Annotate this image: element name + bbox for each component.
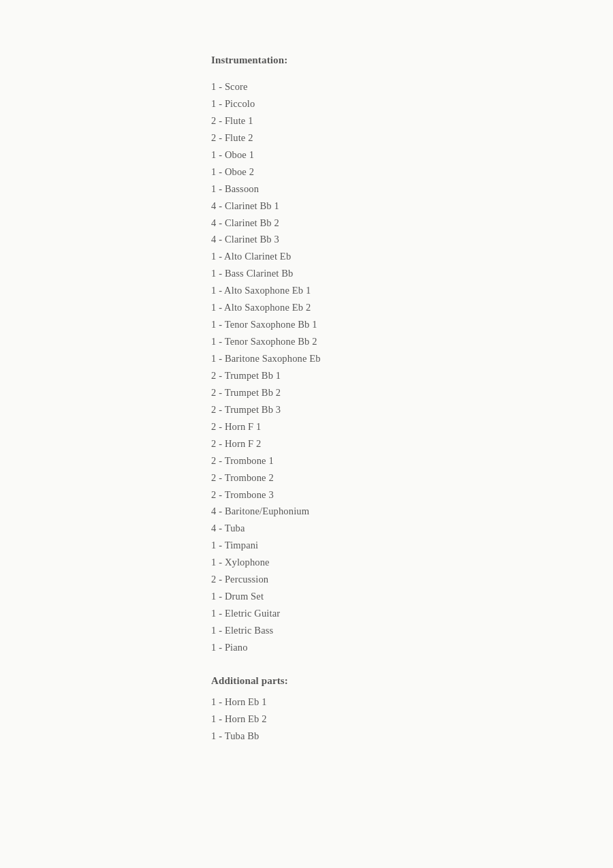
list-item: 2 - Flute 2 xyxy=(211,129,613,146)
list-item: 2 - Horn F 2 xyxy=(211,435,613,452)
list-item: 1 - Oboe 1 xyxy=(211,146,613,164)
list-item: 1 - Drum Set xyxy=(211,588,613,605)
additional-section: Additional parts: 1 - Horn Eb 11 - Horn … xyxy=(211,675,613,745)
additional-list: 1 - Horn Eb 11 - Horn Eb 21 - Tuba Bb xyxy=(211,694,613,745)
list-item: 1 - Tenor Saxophone Bb 2 xyxy=(211,333,613,350)
list-item: 1 - Oboe 2 xyxy=(211,164,613,181)
list-item: 4 - Clarinet Bb 3 xyxy=(211,231,613,248)
list-item: 2 - Flute 1 xyxy=(211,112,613,129)
list-item: 4 - Tuba xyxy=(211,520,613,537)
list-item: 1 - Horn Eb 1 xyxy=(211,694,613,711)
list-item: 4 - Clarinet Bb 2 xyxy=(211,215,613,232)
list-item: 1 - Tuba Bb xyxy=(211,728,613,745)
list-item: 1 - Piccolo xyxy=(211,95,613,112)
list-item: 1 - Tenor Saxophone Bb 1 xyxy=(211,316,613,333)
instrumentation-section: Instrumentation: 1 - Score1 - Piccolo2 -… xyxy=(211,55,613,656)
instrumentation-title: Instrumentation: xyxy=(211,55,613,66)
list-item: 1 - Baritone Saxophone Eb xyxy=(211,350,613,367)
list-item: 1 - Horn Eb 2 xyxy=(211,711,613,728)
instrument-list: 1 - Score1 - Piccolo2 - Flute 12 - Flute… xyxy=(211,78,613,656)
list-item: 1 - Score xyxy=(211,78,613,95)
list-item: 1 - Eletric Guitar xyxy=(211,605,613,622)
list-item: 2 - Percussion xyxy=(211,571,613,588)
page: Instrumentation: 1 - Score1 - Piccolo2 -… xyxy=(0,0,613,868)
list-item: 2 - Trombone 2 xyxy=(211,469,613,486)
list-item: 1 - Timpani xyxy=(211,537,613,554)
list-item: 2 - Trombone 1 xyxy=(211,452,613,469)
list-item: 1 - Bass Clarinet Bb xyxy=(211,265,613,282)
list-item: 4 - Clarinet Bb 1 xyxy=(211,198,613,215)
list-item: 2 - Trumpet Bb 3 xyxy=(211,401,613,418)
list-item: 1 - Piano xyxy=(211,639,613,656)
list-item: 1 - Eletric Bass xyxy=(211,622,613,639)
list-item: 1 - Alto Saxophone Eb 2 xyxy=(211,299,613,316)
list-item: 2 - Horn F 1 xyxy=(211,418,613,435)
additional-title: Additional parts: xyxy=(211,675,613,687)
list-item: 1 - Bassoon xyxy=(211,181,613,198)
list-item: 4 - Baritone/Euphonium xyxy=(211,503,613,520)
list-item: 1 - Xylophone xyxy=(211,554,613,571)
list-item: 1 - Alto Saxophone Eb 1 xyxy=(211,282,613,299)
list-item: 2 - Trombone 3 xyxy=(211,486,613,503)
list-item: 1 - Alto Clarinet Eb xyxy=(211,248,613,265)
list-item: 2 - Trumpet Bb 2 xyxy=(211,384,613,401)
list-item: 2 - Trumpet Bb 1 xyxy=(211,367,613,384)
